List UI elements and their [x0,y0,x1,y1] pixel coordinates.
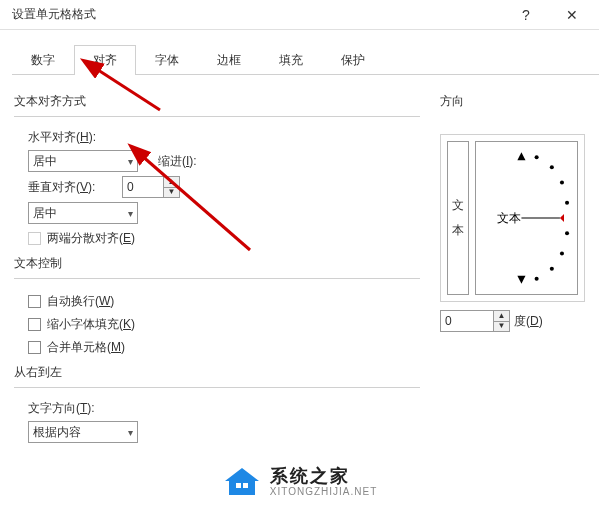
v-align-select[interactable]: 居中 ▾ [28,202,138,224]
wrap-text-checkbox[interactable]: 自动换行(W) [28,293,420,310]
svg-point-4 [565,231,569,235]
help-button[interactable]: ? [503,0,549,30]
svg-rect-14 [236,483,241,488]
svg-marker-9 [517,276,525,284]
checkbox-box [28,318,41,331]
indent-spinner[interactable]: ▲▼ [122,176,180,198]
h-align-value: 居中 [33,153,57,170]
degrees-spinner[interactable]: ▲▼ [440,310,510,332]
h-align-select[interactable]: 居中 ▾ [28,150,138,172]
svg-point-2 [560,181,564,185]
h-align-label: 水平对齐(H): [28,130,96,144]
indent-up[interactable]: ▲ [164,177,179,188]
house-icon [222,465,262,499]
orientation-vertical-button[interactable]: 文 本 [447,141,469,295]
indent-label: 缩进(I): [158,153,197,170]
svg-point-5 [560,251,564,255]
chevron-down-icon: ▾ [128,208,133,219]
section-text-control: 文本控制 [14,255,420,272]
section-text-alignment: 文本对齐方式 [14,93,420,110]
degrees-label: 度(D) [514,313,543,330]
svg-point-0 [535,155,539,159]
tab-alignment[interactable]: 对齐 [74,45,136,75]
indent-down[interactable]: ▼ [164,188,179,198]
tab-protection[interactable]: 保护 [322,45,384,75]
degrees-up[interactable]: ▲ [494,311,509,322]
degrees-down[interactable]: ▼ [494,322,509,332]
tab-fill[interactable]: 填充 [260,45,322,75]
merge-cells-checkbox[interactable]: 合并单元格(M) [28,339,420,356]
svg-point-7 [535,277,539,281]
orientation-dial-text: 文本 [497,211,521,225]
indent-input[interactable] [122,176,164,198]
text-direction-label: 文字方向(T): [28,401,95,415]
svg-point-6 [550,267,554,271]
close-button[interactable]: ✕ [549,0,595,30]
chevron-down-icon: ▾ [128,156,133,167]
checkbox-box [28,341,41,354]
degrees-input[interactable] [440,310,494,332]
tab-border[interactable]: 边框 [198,45,260,75]
title-bar: 设置单元格格式 ? ✕ [0,0,599,30]
chevron-down-icon: ▾ [128,427,133,438]
tab-bar: 数字 对齐 字体 边框 填充 保护 [12,44,599,75]
tab-number[interactable]: 数字 [12,45,74,75]
svg-point-1 [550,165,554,169]
svg-marker-11 [560,214,564,222]
svg-point-3 [565,201,569,205]
shrink-to-fit-label: 缩小字体填充(K) [47,316,135,333]
v-align-value: 居中 [33,205,57,222]
tab-font[interactable]: 字体 [136,45,198,75]
orientation-dial[interactable]: 文本 [475,141,578,295]
text-direction-value: 根据内容 [33,424,81,441]
v-align-label: 垂直对齐(V): [28,180,95,194]
justify-distributed-checkbox: 两端分散对齐(E) [28,230,420,247]
section-rtl: 从右到左 [14,364,420,381]
window-title: 设置单元格格式 [4,6,503,23]
checkbox-box [28,295,41,308]
svg-marker-8 [517,152,525,160]
watermark: 系统之家 XITONGZHIJIA.NET [0,465,599,499]
text-direction-select[interactable]: 根据内容 ▾ [28,421,138,443]
shrink-to-fit-checkbox[interactable]: 缩小字体填充(K) [28,316,420,333]
checkbox-box [28,232,41,245]
orientation-box: 文 本 文本 [440,134,585,302]
svg-rect-15 [243,483,248,488]
wrap-text-label: 自动换行(W) [47,293,114,310]
merge-cells-label: 合并单元格(M) [47,339,125,356]
justify-distributed-label: 两端分散对齐(E) [47,230,135,247]
section-orientation: 方向 [440,93,585,110]
